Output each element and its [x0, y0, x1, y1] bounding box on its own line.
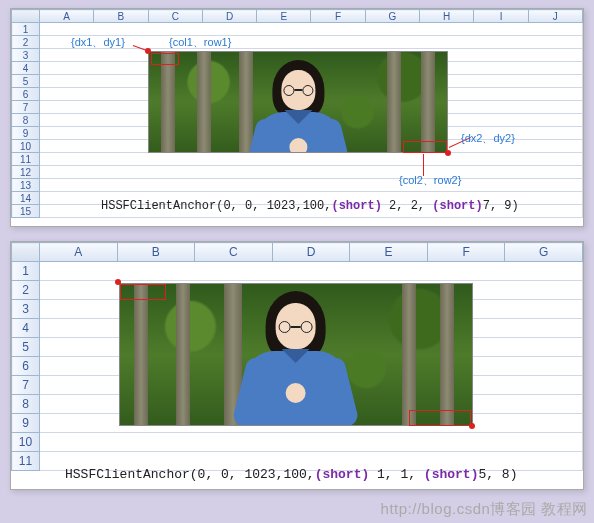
row-header[interactable]: 8 [12, 114, 40, 127]
top-left-anchor-box [151, 53, 179, 65]
col-header[interactable]: D [202, 10, 256, 23]
bottom-right-anchor-box [409, 410, 471, 426]
row-header[interactable]: 5 [12, 338, 40, 357]
code-mid: 2, 2, [382, 199, 432, 213]
row-header[interactable]: 15 [12, 205, 40, 218]
row-header[interactable]: 1 [12, 262, 40, 281]
row-header[interactable]: 2 [12, 281, 40, 300]
code-fn: HSSFClientAnchor(0, 0, 1023,100, [65, 467, 315, 482]
row-header[interactable]: 2 [12, 36, 40, 49]
code-kw: (short) [315, 467, 370, 482]
row-header[interactable]: 5 [12, 75, 40, 88]
row-header[interactable]: 7 [12, 101, 40, 114]
watermark: http://blog.csdn博客园 教程网 [381, 500, 588, 519]
cell[interactable] [40, 433, 583, 452]
row-header[interactable]: 12 [12, 166, 40, 179]
cell[interactable] [40, 23, 583, 36]
row-header[interactable]: 11 [12, 153, 40, 166]
embedded-image[interactable] [119, 283, 473, 426]
col-header[interactable]: F [311, 10, 365, 23]
col-header[interactable]: J [528, 10, 582, 23]
code-line-1: HSSFClientAnchor(0, 0, 1023,100,(short) … [101, 199, 519, 213]
code-kw2: (short) [432, 199, 482, 213]
code-end: 7, 9) [483, 199, 519, 213]
row-header[interactable]: 8 [12, 395, 40, 414]
code-kw2: (short) [424, 467, 479, 482]
row-header[interactable]: 14 [12, 192, 40, 205]
code-kw: (short) [331, 199, 381, 213]
anchor-dot-bottom-right [445, 150, 451, 156]
code-mid: 1, 1, [369, 467, 424, 482]
row-header[interactable]: 10 [12, 140, 40, 153]
row-header[interactable]: 4 [12, 319, 40, 338]
col-header[interactable]: A [40, 10, 94, 23]
col-header[interactable]: A [40, 243, 118, 262]
col-header[interactable]: E [257, 10, 311, 23]
row-header[interactable]: 13 [12, 179, 40, 192]
row-header[interactable]: 9 [12, 127, 40, 140]
row-header[interactable]: 3 [12, 49, 40, 62]
col-header[interactable]: E [350, 243, 428, 262]
col-header[interactable]: B [117, 243, 195, 262]
cell[interactable] [40, 179, 583, 192]
code-fn: HSSFClientAnchor(0, 0, 1023,100, [101, 199, 331, 213]
spreadsheet-panel-2: A B C D E F G 1 2 3 4 5 6 7 8 9 10 11 [10, 241, 584, 490]
col-header[interactable]: C [195, 243, 273, 262]
anchor-dot-top-left [115, 279, 121, 285]
code-end: 5, 8) [478, 467, 517, 482]
col-header[interactable]: G [505, 243, 583, 262]
row-header[interactable]: 1 [12, 23, 40, 36]
row-header[interactable]: 3 [12, 300, 40, 319]
col-header[interactable]: B [94, 10, 148, 23]
col-header[interactable]: D [272, 243, 350, 262]
row-header[interactable]: 4 [12, 62, 40, 75]
anchor-dot-bottom-right [469, 423, 475, 429]
code-line-2: HSSFClientAnchor(0, 0, 1023,100,(short) … [65, 467, 517, 482]
embedded-image[interactable] [148, 51, 448, 153]
annot-col2row2: {col2、row2} [399, 173, 461, 188]
top-left-anchor-box [120, 284, 166, 300]
row-header[interactable]: 9 [12, 414, 40, 433]
row-header[interactable]: 7 [12, 376, 40, 395]
annot-col1row1: {col1、row1} [169, 35, 231, 50]
col-header[interactable]: C [148, 10, 202, 23]
row-header[interactable]: 11 [12, 452, 40, 471]
row-header[interactable]: 6 [12, 88, 40, 101]
col-header[interactable]: G [365, 10, 419, 23]
cell[interactable] [40, 153, 583, 166]
annot-dx2dy2: {dx2、dy2} [461, 131, 515, 146]
col-header[interactable]: H [420, 10, 474, 23]
annot-dx1dy1: {dx1、dy1} [71, 35, 125, 50]
select-all-corner[interactable] [12, 243, 40, 262]
spreadsheet-panel-1: A B C D E F G H I J 1 2 3 4 5 6 7 8 9 10… [10, 8, 584, 227]
select-all-corner[interactable] [12, 10, 40, 23]
cell[interactable] [40, 262, 583, 281]
row-header[interactable]: 10 [12, 433, 40, 452]
bottom-right-anchor-box [403, 141, 447, 153]
col-header[interactable]: F [427, 243, 505, 262]
cell[interactable] [40, 166, 583, 179]
col-header[interactable]: I [474, 10, 528, 23]
row-header[interactable]: 6 [12, 357, 40, 376]
